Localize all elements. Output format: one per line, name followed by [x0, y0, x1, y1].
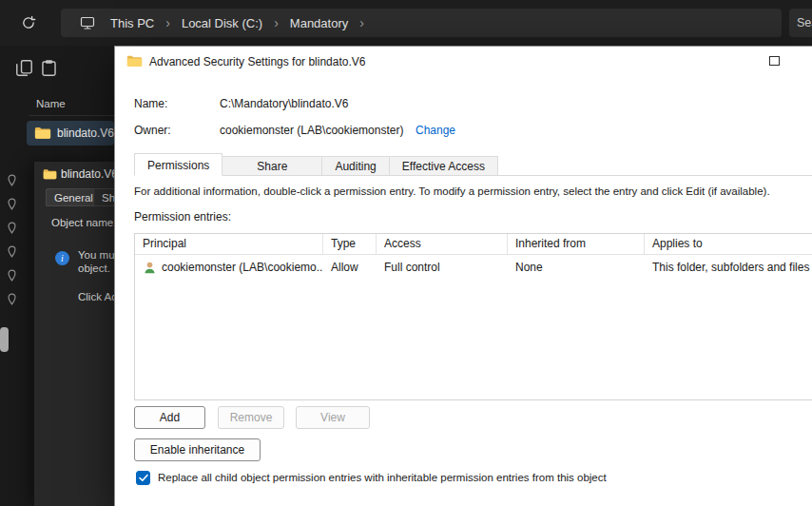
- pin-icon[interactable]: [6, 173, 18, 185]
- address-bar[interactable]: This PC › Local Disk (C:) › Mandatory ›: [61, 9, 782, 37]
- cell-applies-to: This folder, subfolders and files: [645, 261, 812, 274]
- search-input[interactable]: Sea: [789, 9, 812, 37]
- permission-entries-table[interactable]: Principal Type Access Inherited from App…: [134, 233, 812, 400]
- file-name-label: blindato.V6: [57, 126, 114, 140]
- enable-inheritance-button[interactable]: Enable inheritance: [134, 438, 261, 461]
- folder-icon: [126, 54, 143, 68]
- header-divider: [29, 115, 114, 116]
- col-access[interactable]: Access: [377, 234, 508, 254]
- scrollbar-thumb[interactable]: [0, 327, 9, 352]
- refresh-icon[interactable]: [21, 15, 36, 30]
- column-header-name[interactable]: Name: [36, 98, 66, 109]
- name-value: C:\Mandatory\blindato.V6: [220, 97, 348, 110]
- chevron-right-icon: ›: [354, 15, 370, 30]
- maximize-icon[interactable]: [769, 56, 780, 66]
- tab-effective-access[interactable]: Effective Access: [389, 156, 498, 175]
- tab-sharing[interactable]: Sha: [93, 188, 114, 206]
- chevron-right-icon: ›: [160, 15, 176, 30]
- cell-access: Full control: [377, 261, 508, 274]
- folder-icon: [43, 168, 57, 180]
- copy-icon[interactable]: [15, 59, 33, 77]
- breadcrumb-this-pc[interactable]: This PC: [105, 16, 160, 30]
- owner-value: cookiemonster (LAB\cookiemonster): [220, 124, 403, 137]
- permission-entries-label: Permission entries:: [134, 210, 231, 224]
- info-icon: i: [55, 251, 69, 265]
- props-info-line1: You mus: [78, 249, 114, 261]
- folder-icon: [34, 126, 51, 140]
- breadcrumb-mandatory[interactable]: Mandatory: [284, 16, 354, 30]
- pin-icon[interactable]: [6, 197, 18, 209]
- replace-permissions-checkbox[interactable]: [136, 471, 150, 485]
- file-row-blindato[interactable]: blindato.V6: [27, 121, 114, 146]
- advanced-security-dialog: Advanced Security Settings for blindato.…: [114, 46, 812, 506]
- dialog-info-text: For additional information, double-click…: [134, 185, 812, 197]
- dialog-tabstrip: Permissions Share Auditing Effective Acc…: [134, 153, 812, 176]
- properties-title: blindato.V6: [61, 167, 114, 181]
- object-name-label: Object name:: [51, 217, 114, 228]
- add-button[interactable]: Add: [134, 406, 205, 429]
- table-row[interactable]: cookiemonster (LAB\cookiemo... Allow Ful…: [135, 257, 812, 278]
- cell-inherited-from: None: [508, 261, 645, 274]
- chevron-right-icon: ›: [268, 15, 284, 30]
- col-type[interactable]: Type: [323, 234, 377, 254]
- props-click-line: Click Ad: [78, 291, 114, 302]
- col-inherited-from[interactable]: Inherited from: [508, 234, 645, 254]
- cell-type: Allow: [323, 261, 377, 274]
- explorer-topbar: This PC › Local Disk (C:) › Mandatory › …: [0, 0, 812, 46]
- replace-permissions-label: Replace all child object permission entr…: [158, 472, 607, 483]
- tab-auditing[interactable]: Auditing: [321, 156, 389, 175]
- view-button[interactable]: View: [296, 406, 370, 429]
- user-icon: [143, 261, 157, 275]
- cell-principal: cookiemonster (LAB\cookiemo...: [162, 261, 323, 274]
- pin-icon[interactable]: [6, 268, 18, 281]
- dialog-title: Advanced Security Settings for blindato.…: [149, 55, 365, 68]
- owner-label: Owner:: [134, 124, 171, 137]
- paste-icon[interactable]: [40, 59, 58, 77]
- props-info-line2: object.: [78, 263, 110, 274]
- pin-icon[interactable]: [6, 292, 18, 304]
- tab-permissions[interactable]: Permissions: [134, 153, 222, 176]
- remove-button[interactable]: Remove: [218, 406, 284, 429]
- breadcrumb-local-disk[interactable]: Local Disk (C:): [176, 16, 268, 30]
- screen: This PC › Local Disk (C:) › Mandatory › …: [0, 0, 812, 506]
- tab-share[interactable]: Share: [222, 156, 322, 175]
- pin-icon[interactable]: [6, 221, 18, 233]
- this-pc-icon: [61, 15, 105, 30]
- change-owner-link[interactable]: Change: [416, 124, 455, 137]
- table-header: Principal Type Access Inherited from App…: [135, 234, 812, 255]
- properties-dialog: blindato.V6 General Sha Object name: i Y…: [34, 162, 114, 506]
- pin-icon[interactable]: [6, 244, 18, 257]
- col-applies-to[interactable]: Applies to: [645, 234, 812, 254]
- col-principal[interactable]: Principal: [135, 234, 323, 254]
- name-label: Name:: [134, 97, 167, 110]
